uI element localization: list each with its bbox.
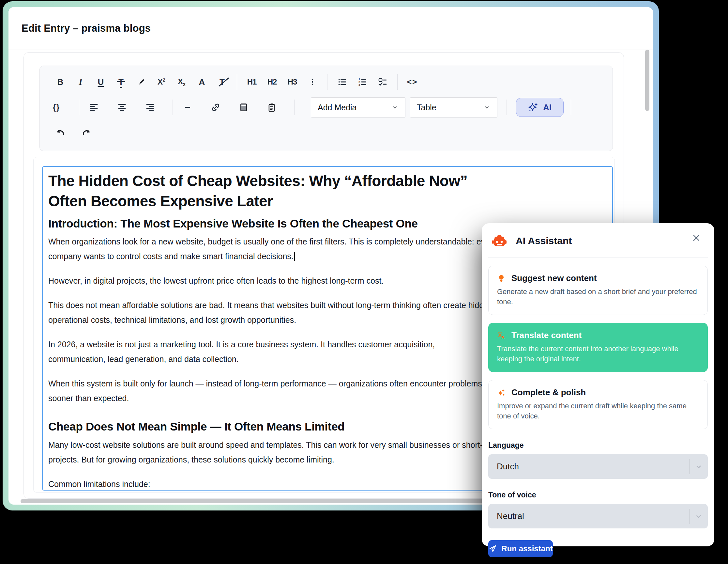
strikethrough-button[interactable]: T: [111, 73, 131, 91]
subscript-button[interactable]: X2: [172, 73, 192, 91]
heading2-icon: H2: [267, 78, 277, 86]
action-description: Generate a new draft based on a short br…: [497, 287, 699, 307]
toolbar-row-1: B I U T X2 X2 A T: [40, 69, 613, 95]
ai-assistant-title: AI Assistant: [516, 235, 572, 246]
action-complete-polish[interactable]: Complete & polish Improve or expand the …: [488, 380, 708, 429]
lightbulb-icon: [497, 274, 506, 283]
heading1-button[interactable]: H1: [242, 73, 262, 91]
redo-icon: [82, 128, 91, 138]
highlight-button[interactable]: [131, 73, 151, 91]
inline-code-icon: <>: [407, 78, 417, 86]
highlighter-icon: [137, 77, 146, 86]
image-icon: [239, 102, 249, 112]
tone-of-voice-value: Neutral: [497, 511, 524, 521]
vertical-ellipsis-icon: [308, 78, 317, 86]
clear-formatting-button[interactable]: T: [212, 73, 232, 91]
tone-of-voice-label: Tone of voice: [488, 491, 708, 499]
align-left-icon: [89, 102, 99, 112]
desktop-background: Edit Entry – praisma blogs B I U T: [0, 0, 728, 564]
text-cursor: [294, 252, 295, 261]
action-description: Improve or expand the current draft whil…: [497, 401, 699, 421]
action-suggest-new-content[interactable]: Suggest new content Generate a new draft…: [488, 266, 708, 315]
tone-of-voice-select[interactable]: Neutral: [488, 504, 708, 528]
superscript-button[interactable]: X2: [151, 73, 172, 91]
action-title: Suggest new content: [511, 273, 597, 283]
language-select[interactable]: Dutch: [488, 454, 708, 479]
toolbar-divider: [571, 99, 571, 115]
horizontal-rule-button[interactable]: [177, 98, 198, 116]
action-description: Translate the current content into anoth…: [497, 344, 699, 364]
align-right-button[interactable]: [140, 98, 160, 116]
align-center-button[interactable]: [112, 98, 132, 116]
link-button[interactable]: [205, 98, 226, 116]
svg-text:A: A: [502, 335, 505, 340]
underline-button[interactable]: U: [91, 73, 111, 91]
image-button[interactable]: [234, 98, 254, 116]
chevron-down-icon: [694, 463, 703, 471]
heading3-button[interactable]: H3: [282, 73, 302, 91]
clipboard-icon: [267, 102, 277, 112]
action-title: Complete & polish: [511, 388, 586, 398]
toolbar-divider: [173, 99, 173, 115]
more-headings-button[interactable]: [302, 73, 323, 91]
undo-icon: [55, 128, 65, 138]
vertical-scrollbar-thumb[interactable]: [645, 50, 649, 111]
toolbar-divider: [79, 99, 79, 115]
ordered-list-icon: 1 2 3: [358, 77, 367, 86]
run-assistant-button[interactable]: Run assistant: [488, 540, 553, 557]
superscript-icon: X2: [158, 77, 165, 86]
action-translate-content[interactable]: A Translate content Translate the curren…: [488, 323, 708, 372]
chevron-down-icon: [483, 104, 491, 111]
toolbar-divider: [327, 74, 327, 90]
ai-button-label: AI: [543, 102, 552, 113]
panel-divider: [488, 257, 708, 258]
italic-icon: I: [79, 77, 83, 86]
undo-button[interactable]: [50, 124, 70, 142]
heading2-button[interactable]: H2: [262, 73, 282, 91]
bullet-list-icon: [338, 77, 347, 86]
bold-button[interactable]: B: [50, 73, 70, 91]
strikethrough-icon: T: [118, 78, 124, 86]
font-color-button[interactable]: A: [192, 73, 212, 91]
ai-sparkle-icon: [528, 102, 538, 112]
close-icon: [691, 233, 701, 243]
add-media-dropdown[interactable]: Add Media: [311, 97, 405, 117]
toolbar-divider: [237, 74, 237, 90]
robot-icon: [492, 233, 507, 249]
inline-code-button[interactable]: <>: [402, 73, 422, 91]
align-left-button[interactable]: [84, 98, 104, 116]
italic-button[interactable]: I: [70, 73, 91, 91]
bullet-list-button[interactable]: [332, 73, 352, 91]
heading1-icon: H1: [247, 78, 257, 86]
toolbar-divider: [294, 99, 295, 115]
ordered-list-button[interactable]: 1 2 3: [352, 73, 372, 91]
align-right-icon: [145, 102, 155, 112]
table-label: Table: [417, 103, 436, 112]
subscript-icon: X2: [178, 77, 186, 87]
task-list-button[interactable]: [372, 73, 393, 91]
ai-assistant-button[interactable]: AI: [516, 98, 564, 117]
document-title: The Hidden Cost of Cheap Websites: Why “…: [48, 171, 612, 211]
redo-button[interactable]: [76, 124, 97, 142]
language-label: Language: [488, 441, 708, 450]
code-block-button[interactable]: {}: [46, 98, 67, 116]
toolbar-row-3: [40, 120, 613, 145]
action-title: Translate content: [511, 330, 582, 341]
task-list-icon: [378, 77, 387, 86]
link-icon: [211, 102, 220, 112]
ai-assistant-header: AI Assistant: [488, 223, 708, 249]
align-center-icon: [117, 102, 127, 112]
paste-button[interactable]: [262, 98, 282, 116]
ai-assistant-panel: AI Assistant Suggest new content Generat…: [482, 223, 714, 546]
send-icon: [488, 544, 497, 553]
table-dropdown[interactable]: Table: [410, 97, 497, 117]
close-button[interactable]: [691, 232, 702, 243]
sparkles-icon: [497, 389, 506, 397]
font-color-icon: A: [199, 78, 205, 86]
heading3-icon: H3: [288, 78, 297, 86]
toolbar-row-2: {}: [40, 95, 613, 120]
chevron-down-icon: [694, 512, 703, 521]
toolbar-divider: [507, 99, 507, 115]
title-bar: Edit Entry – praisma blogs: [8, 7, 653, 50]
clear-formatting-icon: T: [220, 78, 225, 86]
